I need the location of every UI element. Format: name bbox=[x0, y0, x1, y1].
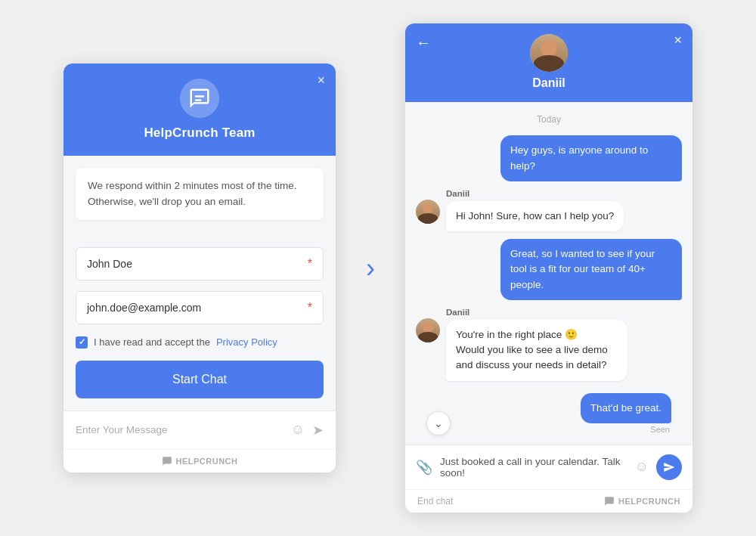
email-input-field[interactable]: john.doe@example.com * bbox=[76, 291, 324, 324]
chat-conversation: ← × Daniil Today Hey guys, is anyone aro… bbox=[405, 23, 692, 513]
conv-footer-brand-icon bbox=[604, 496, 615, 507]
svg-rect-0 bbox=[195, 96, 205, 98]
emoji-icon[interactable]: ☺ bbox=[291, 422, 305, 438]
agent-mini-avatar bbox=[416, 200, 440, 224]
conv-close-button[interactable]: × bbox=[674, 33, 682, 48]
name-value: John Doe bbox=[87, 258, 132, 270]
message-input-area: Enter Your Message ☺ ➤ bbox=[64, 411, 336, 449]
widget-title: HelpCrunch Team bbox=[144, 125, 255, 141]
message-row: Hey guys, is anyone around to help? bbox=[416, 135, 682, 181]
message-row: Daniil You're in the right place 🙂Would … bbox=[416, 308, 682, 381]
widget-footer: HELPCRUNCH bbox=[64, 449, 336, 472]
agent-bubble: You're in the right place 🙂Would you lik… bbox=[446, 320, 627, 381]
agent-msg-group: Daniil You're in the right place 🙂Would … bbox=[446, 308, 627, 381]
conv-input-area: 📎 Just booked a call in your calendar. T… bbox=[405, 445, 692, 489]
svg-rect-1 bbox=[195, 100, 202, 102]
conv-footer-brand: HELPCRUNCH bbox=[604, 496, 680, 507]
chat-widget: × HelpCrunch Team We respond within 2 mi… bbox=[64, 64, 336, 472]
footer-brand-text: HELPCRUNCH bbox=[176, 457, 238, 466]
start-chat-button[interactable]: Start Chat bbox=[76, 361, 324, 398]
agent-mini-avatar bbox=[416, 318, 440, 342]
date-divider: Today bbox=[416, 114, 682, 125]
end-chat-link[interactable]: End chat bbox=[417, 496, 453, 507]
agent-name-label: Daniil bbox=[446, 308, 627, 317]
info-box: We respond within 2 minutes most of the … bbox=[76, 168, 324, 220]
conv-emoji-icon[interactable]: ☺ bbox=[635, 459, 649, 475]
email-value: john.doe@example.com bbox=[87, 302, 201, 314]
checkbox-label: I have read and accept the bbox=[94, 336, 210, 348]
main-container: × HelpCrunch Team We respond within 2 mi… bbox=[48, 8, 708, 528]
conv-input-value[interactable]: Just booked a call in your calendar. Tal… bbox=[440, 456, 627, 479]
conv-header: ← × Daniil bbox=[405, 23, 692, 102]
user-bubble: Hey guys, is anyone around to help? bbox=[500, 135, 682, 181]
agent-msg-group: Daniil Hi John! Sure, how can I help you… bbox=[446, 189, 624, 231]
footer-brand-icon bbox=[162, 456, 172, 466]
name-required: * bbox=[308, 257, 312, 271]
agent-bubble: Hi John! Sure, how can I help you? bbox=[446, 201, 624, 231]
scroll-down-button[interactable]: ⌄ bbox=[426, 411, 451, 435]
message-row: Daniil Hi John! Sure, how can I help you… bbox=[416, 189, 682, 231]
conv-body: Today Hey guys, is anyone around to help… bbox=[405, 102, 692, 445]
conv-agent-name: Daniil bbox=[532, 76, 565, 90]
agent-avatar bbox=[530, 34, 568, 72]
name-input-field[interactable]: John Doe * bbox=[76, 247, 324, 280]
widget-header: × HelpCrunch Team bbox=[64, 64, 336, 156]
attach-icon[interactable]: 📎 bbox=[416, 459, 432, 476]
conv-footer: End chat HELPCRUNCH bbox=[405, 489, 692, 513]
close-button[interactable]: × bbox=[317, 73, 325, 88]
send-icon[interactable]: ➤ bbox=[312, 422, 324, 438]
conv-send-button[interactable] bbox=[656, 454, 682, 480]
brand-icon-circle bbox=[180, 79, 219, 118]
arrow-icon: › bbox=[366, 253, 375, 284]
back-button[interactable]: ← bbox=[416, 34, 431, 51]
agent-avatar-face bbox=[530, 34, 568, 72]
seen-label: Seen bbox=[650, 425, 671, 434]
email-required: * bbox=[308, 301, 312, 314]
that-bubble-row: That'd be great. Seen bbox=[451, 393, 671, 435]
user-bubble: That'd be great. bbox=[581, 393, 671, 423]
info-text: We respond within 2 minutes most of the … bbox=[88, 180, 297, 206]
user-bubble: Great, so I wanted to see if your tool i… bbox=[500, 239, 682, 300]
message-row: Great, so I wanted to see if your tool i… bbox=[416, 239, 682, 300]
message-placeholder[interactable]: Enter Your Message bbox=[76, 424, 284, 435]
chat-icon bbox=[188, 87, 211, 110]
privacy-checkbox-row: I have read and accept the Privacy Polic… bbox=[76, 335, 324, 350]
send-arrow-icon bbox=[663, 461, 675, 473]
footer-brand: HELPCRUNCH bbox=[162, 456, 238, 466]
privacy-policy-link[interactable]: Privacy Policy bbox=[216, 336, 277, 348]
scroll-area: ⌄ That'd be great. Seen bbox=[416, 389, 682, 435]
conv-footer-brand-text: HELPCRUNCH bbox=[618, 497, 680, 506]
widget-body: We respond within 2 minutes most of the … bbox=[64, 156, 336, 411]
agent-name-label: Daniil bbox=[446, 189, 624, 198]
privacy-checkbox[interactable] bbox=[76, 336, 88, 349]
